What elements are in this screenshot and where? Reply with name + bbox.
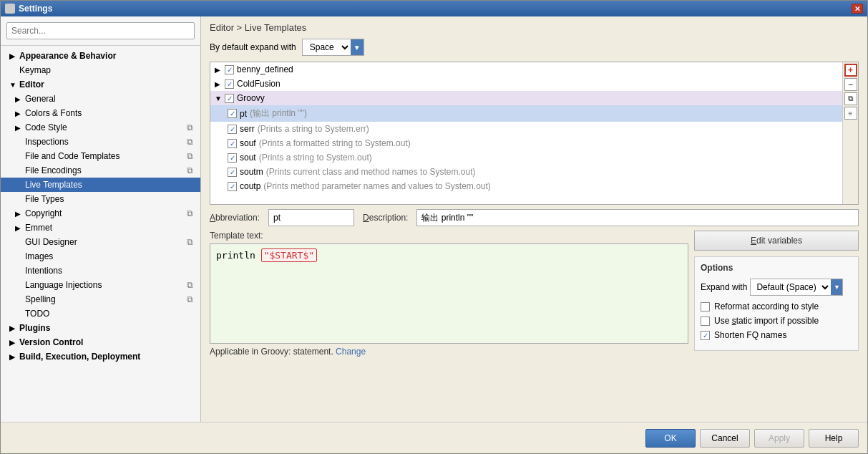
group-checkbox-groovy[interactable]	[225, 94, 234, 103]
copy-icon: ⧉	[185, 294, 195, 304]
sidebar-item-label: Language Injections	[25, 280, 102, 290]
right-panel: Editor > Live Templates By default expan…	[201, 16, 867, 422]
sidebar-item-spelling[interactable]: Spelling ⧉	[1, 292, 200, 306]
group-name: ColdFusion	[237, 79, 281, 89]
expand-with-dropdown[interactable]: Space Tab Enter ▼	[302, 39, 364, 56]
sidebar-item-label: Inspections	[25, 137, 69, 147]
group-name: benny_defined	[237, 64, 293, 74]
reformat-option-row: Reformat according to style	[701, 301, 852, 311]
group-checkbox-benny[interactable]	[225, 65, 234, 74]
template-item-souf[interactable]: souf (Prints a formatted string to Syste…	[210, 136, 842, 150]
main-content: ▶ Appearance & Behavior Keymap ▼ Editor …	[1, 16, 867, 422]
applicable-context: Groovy: statement.	[260, 347, 336, 357]
sidebar-item-editor[interactable]: ▼ Editor	[1, 77, 200, 92]
sidebar-item-build[interactable]: ▶ Build, Execution, Deployment	[1, 349, 200, 364]
sidebar-item-plugins[interactable]: ▶ Plugins	[1, 321, 200, 335]
options-expand-select[interactable]: Default (Space) Space Tab Enter	[751, 280, 831, 294]
ok-button[interactable]: OK	[645, 429, 696, 448]
chevron-right-icon: ▶	[9, 353, 16, 361]
chevron-right-icon: ▶	[15, 95, 22, 103]
sidebar-item-file-encodings[interactable]: File Encodings ⧉	[1, 163, 200, 178]
options-expand-label: Expand with	[701, 282, 747, 292]
template-item-serr[interactable]: serr (Prints a string to System.err)	[210, 122, 842, 136]
options-expand-arrow[interactable]: ▼	[831, 279, 842, 295]
chevron-right-icon: ▶	[9, 339, 16, 347]
static-import-label: Use static import if possible	[714, 316, 819, 326]
item-desc: (Prints current class and method names t…	[266, 167, 476, 177]
sidebar-item-label: Colors & Fonts	[25, 108, 82, 118]
item-checkbox-serr[interactable]	[228, 125, 237, 134]
close-button[interactable]: ✕	[852, 4, 863, 14]
template-code-text: println	[216, 250, 261, 261]
applicable-change-link[interactable]: Change	[336, 347, 366, 357]
sidebar-item-inspections[interactable]: Inspections ⧉	[1, 135, 200, 149]
chevron-down-icon: ▼	[215, 95, 222, 102]
group-checkbox-coldfusion[interactable]	[225, 79, 234, 89]
expand-with-select[interactable]: Space Tab Enter	[303, 40, 351, 54]
shorten-checkbox[interactable]	[701, 331, 710, 340]
template-variable: "$START$"	[261, 248, 317, 262]
template-text-left: Template text: println "$START$" Applica…	[210, 231, 688, 357]
expand-with-row: By default expand with Space Tab Enter ▼	[210, 39, 859, 56]
sidebar-item-label: TODO	[25, 309, 49, 319]
item-checkbox-souf[interactable]	[228, 139, 237, 148]
sidebar-item-live-templates[interactable]: Live Templates	[1, 178, 200, 192]
search-input[interactable]	[6, 22, 195, 39]
item-checkbox-pt[interactable]	[228, 109, 237, 118]
group-groovy[interactable]: ▼ Groovy	[210, 91, 842, 105]
options-expand-select-container[interactable]: Default (Space) Space Tab Enter ▼	[750, 279, 843, 296]
sidebar-item-version-control[interactable]: ▶ Version Control	[1, 335, 200, 349]
sidebar-item-emmet[interactable]: ▶ Emmet	[1, 221, 200, 235]
template-item-coutp[interactable]: coutp (Prints method parameter names and…	[210, 179, 842, 193]
template-right: Edit variables Options Expand with Defau…	[694, 231, 859, 357]
group-coldfusion[interactable]: ▶ ColdFusion	[210, 77, 842, 91]
item-checkbox-sout[interactable]	[228, 153, 237, 163]
sidebar-item-appearance[interactable]: ▶ Appearance & Behavior	[1, 49, 200, 63]
sidebar-item-intentions[interactable]: Intentions	[1, 264, 200, 278]
template-item-soutm[interactable]: soutm (Prints current class and method n…	[210, 165, 842, 179]
static-import-checkbox[interactable]	[701, 317, 710, 326]
add-template-button[interactable]: +	[844, 64, 857, 77]
description-label: Description:	[363, 213, 408, 223]
search-box	[1, 16, 200, 46]
sidebar-item-copyright[interactable]: ▶ Copyright ⧉	[1, 206, 200, 221]
templates-list-container: ▶ benny_defined ▶ ColdFusion ▼ Groo	[210, 62, 859, 205]
sidebar-item-code-style[interactable]: ▶ Code Style ⧉	[1, 120, 200, 135]
reformat-checkbox[interactable]	[701, 302, 710, 311]
sidebar-item-general[interactable]: ▶ General	[1, 92, 200, 106]
sidebar-item-colors-fonts[interactable]: ▶ Colors & Fonts	[1, 106, 200, 120]
apply-button[interactable]: Apply	[754, 429, 804, 448]
template-item-sout[interactable]: sout (Prints a string to System.out)	[210, 150, 842, 165]
help-button[interactable]: Help	[809, 429, 859, 448]
item-checkbox-coutp[interactable]	[228, 182, 237, 191]
template-item-pt[interactable]: pt (输出 println "")	[210, 105, 842, 122]
sidebar-item-label: File Encodings	[25, 165, 82, 175]
sidebar-item-images[interactable]: Images	[1, 249, 200, 264]
chevron-right-icon: ▶	[9, 324, 16, 332]
item-checkbox-soutm[interactable]	[228, 168, 237, 177]
chevron-right-icon: ▶	[215, 66, 222, 74]
cancel-button[interactable]: Cancel	[700, 429, 750, 448]
item-name: serr	[240, 124, 255, 134]
sidebar-item-language-injections[interactable]: Language Injections ⧉	[1, 278, 200, 292]
copy-template-button[interactable]: ⧉	[844, 92, 857, 105]
sidebar-item-gui-designer[interactable]: GUI Designer ⧉	[1, 235, 200, 249]
description-input[interactable]	[416, 209, 859, 226]
sidebar-item-keymap[interactable]: Keymap	[1, 63, 200, 77]
sidebar-item-label: Version Control	[19, 337, 83, 347]
remove-template-button[interactable]: −	[844, 78, 857, 91]
expand-dropdown-arrow[interactable]: ▼	[351, 39, 364, 55]
sidebar-item-file-code-templates[interactable]: File and Code Templates ⧉	[1, 149, 200, 163]
group-benny-defined[interactable]: ▶ benny_defined	[210, 62, 842, 77]
sidebar-item-todo[interactable]: TODO	[1, 306, 200, 321]
sidebar-item-file-types[interactable]: File Types	[1, 192, 200, 206]
edit-variables-button[interactable]: Edit variables	[694, 231, 859, 251]
sidebar-item-label: Intentions	[25, 266, 62, 276]
chevron-right-icon: ▶	[15, 224, 22, 232]
abbreviation-input[interactable]	[268, 209, 354, 226]
move-template-button[interactable]: ≡	[844, 107, 857, 120]
options-section: Options Expand with Default (Space) Spac…	[694, 256, 859, 351]
breadcrumb: Editor > Live Templates	[210, 22, 859, 33]
templates-toolbar: + − ⧉ ≡	[842, 62, 858, 204]
template-textarea[interactable]: println "$START$"	[210, 243, 688, 344]
